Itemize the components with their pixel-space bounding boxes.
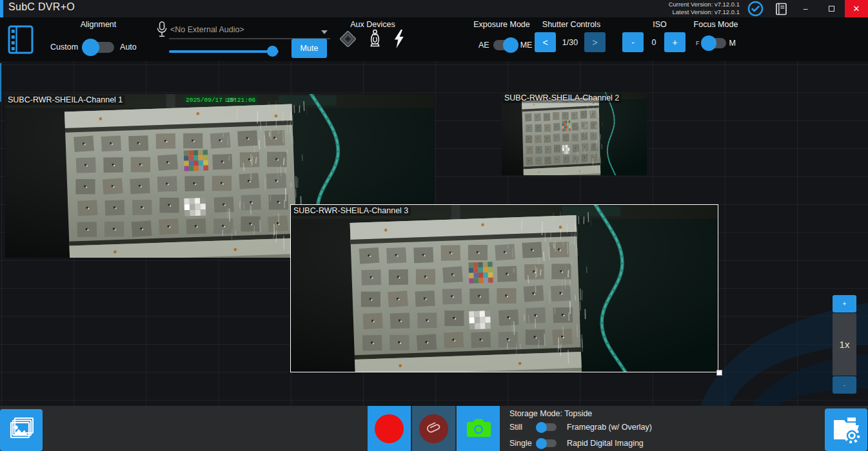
channel-3-label: SUBC-RWR-SHEILA-Channel 3	[291, 206, 411, 216]
focus-f-label: F	[696, 40, 700, 46]
channel-1-label: SUBC-RWR-SHEILA-Channel 1	[6, 95, 125, 105]
record-button[interactable]	[368, 406, 411, 451]
video-grid-area: 2025/09/17 16:21:06 LDR SUBC-RWR-SHEILA-…	[0, 61, 868, 406]
shutter-next-button[interactable]: >	[584, 32, 606, 52]
maximize-button[interactable]	[822, 0, 841, 17]
exposure-toggle-knob	[503, 37, 518, 53]
still-label: Still	[509, 423, 537, 432]
zoom-out-button[interactable]: -	[833, 376, 856, 394]
maximize-icon	[829, 6, 834, 12]
channel-2-label: SUBC-RWR-SHEILA-Channel 2	[502, 93, 622, 103]
lightning-bolt-icon	[392, 29, 406, 49]
single-rapid-toggle[interactable]	[537, 439, 557, 447]
video-channel-3-selected[interactable]: SUBC-RWR-SHEILA-Channel 3	[290, 204, 718, 372]
storage-folder-settings-button[interactable]	[825, 408, 867, 451]
minimize-icon: –	[804, 5, 808, 14]
volume-slider-thumb[interactable]	[267, 46, 278, 57]
alignment-toggle-knob	[82, 39, 99, 56]
single-label: Single	[509, 439, 537, 448]
storage-mode-text: Storage Mode: Topside	[509, 409, 652, 418]
aux-lamp-button[interactable]	[368, 29, 382, 51]
exposure-toggle[interactable]	[493, 40, 517, 50]
record-icon	[375, 414, 404, 443]
iso-minus-button[interactable]: -	[622, 32, 644, 52]
alignment-toggle[interactable]	[84, 42, 114, 53]
app-title: SubC DVR+O	[8, 1, 75, 13]
still-framegrab-toggle[interactable]	[537, 423, 557, 431]
iso-label: ISO	[647, 20, 672, 29]
alignment-custom-label: Custom	[50, 43, 78, 52]
changelog-book-icon[interactable]	[775, 3, 787, 15]
volume-slider[interactable]	[169, 46, 279, 57]
minimize-button[interactable]: –	[796, 0, 815, 17]
alignment-label: Alignment	[68, 20, 129, 29]
aux-devices-label: Aux Devices	[340, 20, 405, 29]
rapid-imaging-label: Rapid Digital Imaging	[567, 439, 644, 448]
focus-m-label: M	[729, 39, 736, 48]
toolbar: Alignment Custom Auto <No External Audio…	[0, 17, 868, 61]
zoom-in-button[interactable]: +	[833, 295, 856, 312]
accent-strip	[0, 0, 3, 17]
laser-diamond-icon	[338, 29, 358, 49]
focus-toggle-knob	[701, 35, 716, 51]
gallery-icon	[7, 416, 35, 443]
iso-plus-button[interactable]: +	[664, 32, 686, 52]
timestamp-overlay: 2025/09/17 16:21:06	[184, 96, 257, 104]
filmstrip-icon	[8, 25, 34, 54]
media-gallery-button[interactable]	[0, 409, 43, 451]
single-toggle-knob	[536, 438, 547, 449]
zoom-control: + 1x -	[833, 295, 856, 394]
shutter-controls-label: Shutter Controls	[539, 20, 604, 29]
snapshot-button[interactable]	[457, 406, 500, 451]
latest-version: Latest Version: v7.12.0.1	[669, 8, 740, 16]
channel-2-feed	[502, 92, 647, 175]
version-info: Current Version: v7.12.0.1 Latest Versio…	[669, 1, 740, 16]
edge-accent	[0, 63, 1, 102]
layout-filmstrip-button[interactable]	[8, 25, 34, 54]
mute-button[interactable]: Mute	[291, 39, 327, 58]
focus-mode-label: Focus Mode	[684, 20, 748, 29]
capture-controls	[368, 406, 500, 451]
clip-circle	[419, 414, 448, 443]
close-button[interactable]: ✕	[845, 0, 868, 17]
zoom-level: 1x	[833, 313, 856, 376]
shutter-prev-button[interactable]: <	[535, 32, 556, 52]
app-window: SubC DVR+O Current Version: v7.12.0.1 La…	[0, 0, 868, 451]
bottom-bar: Storage Mode: Topside Still Framegrab (w…	[0, 406, 868, 451]
framegrab-label: Framegrab (w/ Overlay)	[567, 423, 652, 432]
close-icon: ✕	[853, 4, 860, 14]
exposure-mode-label: Exposure Mode	[470, 20, 533, 29]
iso-value: 0	[644, 38, 664, 47]
update-check-icon	[747, 1, 764, 17]
paperclip-icon	[423, 417, 444, 439]
aux-strobe-button[interactable]	[392, 29, 406, 51]
focus-toggle[interactable]	[703, 38, 726, 48]
clip-marker-button[interactable]	[412, 406, 455, 451]
title-bar: SubC DVR+O Current Version: v7.12.0.1 La…	[0, 0, 868, 17]
folder-gear-icon	[831, 415, 862, 443]
current-version: Current Version: v7.12.0.1	[669, 1, 740, 8]
resize-handle[interactable]	[716, 370, 722, 376]
shutter-value: 1/30	[556, 38, 584, 47]
channel-3-feed	[291, 205, 718, 372]
still-toggle-knob	[536, 422, 547, 433]
exposure-me-label: ME	[520, 41, 533, 50]
alignment-auto-label: Auto	[120, 43, 137, 52]
chevron-down-icon	[321, 30, 328, 34]
exposure-ae-label: AE	[478, 41, 489, 50]
volume-slider-track	[169, 50, 279, 53]
storage-settings: Storage Mode: Topside Still Framegrab (w…	[509, 409, 652, 450]
audio-device-select[interactable]: <No External Audio>	[169, 24, 330, 39]
feed-overlay-text: LDR	[225, 97, 237, 103]
lantern-icon	[368, 29, 382, 49]
camera-icon	[465, 417, 492, 439]
microphone-icon	[156, 21, 168, 39]
video-channel-2[interactable]: SUBC-RWR-SHEILA-Channel 2	[502, 92, 647, 175]
aux-laser-button[interactable]	[338, 29, 358, 51]
